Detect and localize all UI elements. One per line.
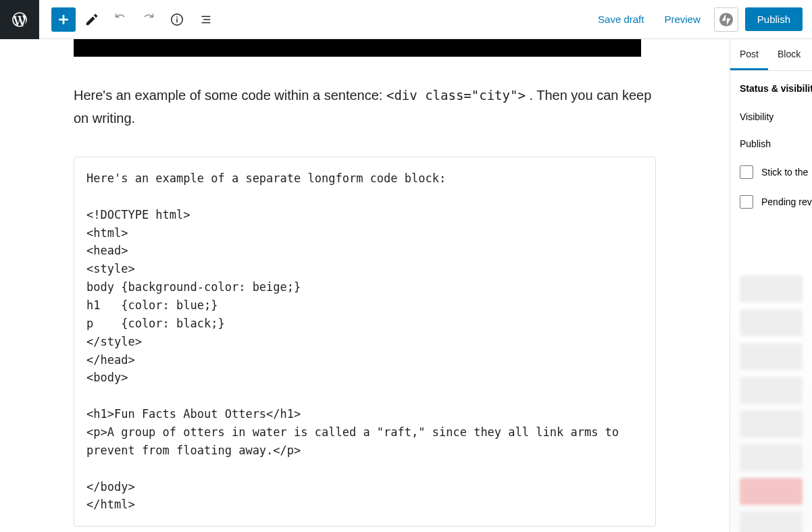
block-dark-bar[interactable] (74, 39, 641, 57)
toolbar-left (39, 7, 218, 32)
save-draft-button[interactable]: Save draft (591, 8, 651, 30)
pending-label: Pending revi (761, 196, 812, 207)
pending-checkbox[interactable] (740, 195, 753, 209)
edit-tool-button[interactable] (80, 7, 104, 32)
undo-button[interactable] (108, 7, 132, 32)
plus-icon (56, 12, 71, 27)
tab-post[interactable]: Post (730, 39, 768, 70)
list-icon (198, 12, 213, 27)
publish-button[interactable]: Publish (745, 7, 803, 31)
inline-code: <div class="city"> (386, 88, 526, 103)
stick-label: Stick to the (761, 167, 808, 178)
code-block[interactable]: Here's an example of a separate longform… (74, 157, 656, 527)
main-area: Here's an example of some code within a … (0, 39, 812, 532)
preview-button[interactable]: Preview (657, 8, 707, 30)
jetpack-button[interactable] (714, 7, 738, 32)
svg-point-6 (719, 12, 733, 26)
top-toolbar: Save draft Preview Publish (0, 0, 812, 39)
redo-icon (141, 12, 156, 27)
panel-status-visibility[interactable]: Status & visibility (730, 71, 812, 103)
paragraph-block[interactable]: Here's an example of some code within a … (74, 84, 656, 130)
sidebar-tabs: Post Block (730, 39, 812, 71)
pencil-icon (84, 12, 99, 27)
publish-row[interactable]: Publish (730, 130, 812, 157)
stick-to-top-row[interactable]: Stick to the (730, 157, 812, 187)
toolbar-right: Save draft Preview Publish (591, 7, 812, 32)
blurred-panels (730, 269, 812, 532)
stick-checkbox[interactable] (740, 165, 753, 179)
add-block-button[interactable] (51, 7, 76, 32)
redo-button[interactable] (136, 7, 161, 32)
tab-block[interactable]: Block (768, 39, 810, 70)
pending-review-row[interactable]: Pending revi (730, 187, 812, 217)
paragraph-text-before: Here's an example of some code within a … (74, 88, 386, 103)
info-button[interactable] (165, 7, 189, 32)
visibility-row[interactable]: Visibility (730, 103, 812, 130)
jetpack-icon (719, 12, 734, 27)
editor-canvas[interactable]: Here's an example of some code within a … (0, 39, 730, 532)
info-icon (170, 12, 184, 27)
wordpress-icon (11, 11, 28, 28)
undo-icon (113, 12, 128, 27)
outline-button[interactable] (193, 7, 218, 32)
wordpress-logo[interactable] (0, 0, 39, 39)
settings-sidebar: Post Block Status & visibility Visibilit… (730, 39, 812, 532)
